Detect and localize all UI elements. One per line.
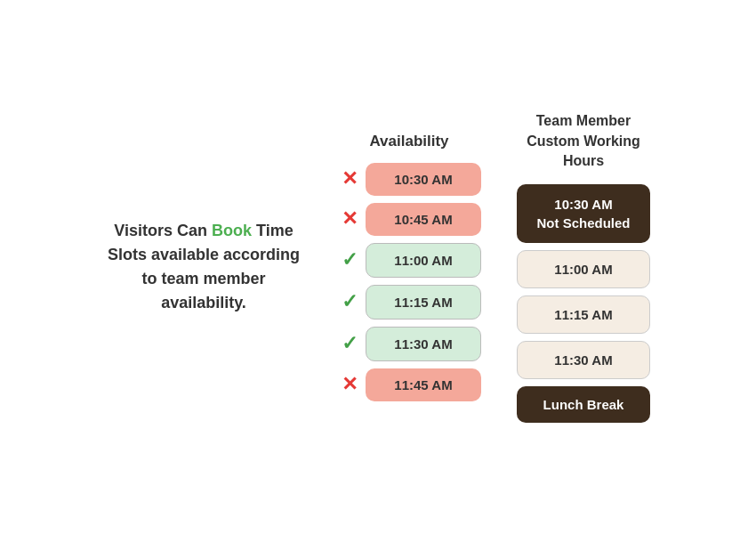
slot-button-1030[interactable]: 10:30 AM: [366, 163, 481, 196]
slot-button-1145[interactable]: 11:45 AM: [366, 368, 481, 401]
check-icon-1100: ✓: [337, 247, 362, 272]
left-description: Visitors Can Book Time Slots available a…: [106, 219, 302, 315]
slot-row-1115: ✓ 11:15 AM: [337, 285, 481, 320]
book-highlight: Book: [212, 222, 252, 239]
slot-row-1045: ✕ 10:45 AM: [337, 203, 481, 236]
main-container: Visitors Can Book Time Slots available a…: [0, 93, 756, 440]
custom-hours-column: Team MemberCustom WorkingHours 10:30 AMN…: [517, 111, 650, 422]
custom-slot-1130: 11:30 AM: [517, 341, 650, 379]
x-icon-1045: ✕: [337, 206, 362, 231]
slot-button-1130[interactable]: 11:30 AM: [366, 327, 481, 361]
slot-button-1045[interactable]: 10:45 AM: [366, 203, 481, 236]
slot-row-1030: ✕ 10:30 AM: [337, 163, 481, 196]
custom-slot-1100: 11:00 AM: [517, 250, 650, 288]
x-icon-1145: ✕: [337, 372, 362, 397]
slot-button-1100[interactable]: 11:00 AM: [366, 243, 481, 278]
slot-row-1130: ✓ 11:30 AM: [337, 327, 481, 361]
availability-label: Availability: [337, 133, 481, 150]
slot-row-1100: ✓ 11:00 AM: [337, 243, 481, 278]
slot-button-1115[interactable]: 11:15 AM: [366, 285, 481, 320]
check-icon-1115: ✓: [337, 289, 362, 314]
custom-slot-lunch: Lunch Break: [517, 386, 650, 423]
custom-slot-1115: 11:15 AM: [517, 295, 650, 334]
availability-column: Availability ✕ 10:30 AM ✕ 10:45 AM ✓ 11:…: [337, 133, 481, 401]
custom-slot-not-scheduled: 10:30 AMNot Scheduled: [517, 184, 650, 243]
slot-row-1145: ✕ 11:45 AM: [337, 368, 481, 401]
custom-hours-header: Team MemberCustom WorkingHours: [527, 111, 640, 171]
x-icon-1030: ✕: [337, 166, 362, 191]
check-icon-1130: ✓: [337, 331, 362, 356]
